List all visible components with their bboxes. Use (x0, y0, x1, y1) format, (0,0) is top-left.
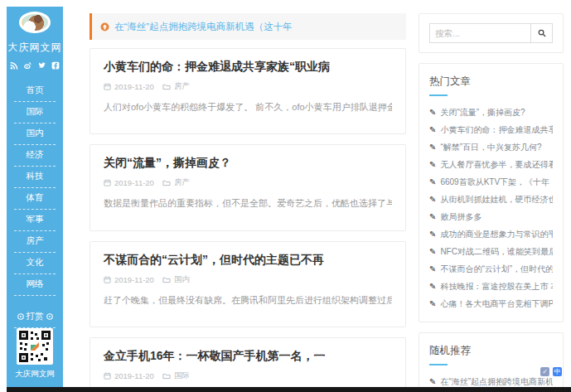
nav-item-label: 体育 (27, 192, 44, 204)
pencil-icon: ✎ (429, 177, 436, 186)
hot-article-label: 无人餐厅喜忧参半，要成还得看“硬 (440, 159, 553, 171)
pencil-icon: ✎ (429, 377, 436, 386)
hot-article-link[interactable]: ✎ 从街机到抓娃娃机，硬币经济也将被 (429, 191, 553, 208)
pencil-icon: ✎ (429, 108, 436, 117)
hot-article-link[interactable]: ✎ 科技晚报：富途控股在美上市 丰田 (429, 278, 553, 295)
hot-articles-widget: 热门文章 ✎ 关闭“流量”，撕掉画皮? ✎ 小黄车们的命：押金难退成共享家族 ✎ (419, 63, 564, 322)
calendar-icon (104, 276, 111, 283)
hot-article-label: 成功的商业是想象力与常识的平衡 (440, 229, 553, 240)
search-icon (538, 29, 546, 37)
article-date: 2019-11-20 (114, 371, 154, 380)
pencil-icon: ✎ (429, 143, 436, 152)
nav-item-label: 网络 (27, 278, 44, 290)
hot-article-label: “解禁”百日，中兴复苏几何? (440, 142, 541, 153)
article-title[interactable]: 不谋而合的“云计划”，但时代的主题已不再 (104, 253, 392, 268)
random-title: 随机推荐 (429, 342, 553, 365)
hot-article-link[interactable]: ✎ 6609首歌从KTV下架，《十年 (429, 173, 553, 191)
nav-item[interactable]: 科技 (14, 167, 56, 188)
hot-article-link[interactable]: ✎ 关闭“流量”，撕掉画皮? (429, 104, 553, 121)
hot-article-link[interactable]: ✎ 心痛！各大电商平台竞相下调Ph (429, 295, 553, 312)
coin-icon (46, 312, 53, 322)
hot-articles-list: ✎ 关闭“流量”，撕掉画皮? ✎ 小黄车们的命：押金难退成共享家族 ✎ “解禁”… (429, 104, 553, 312)
article-category[interactable]: 房产 (174, 177, 190, 188)
twitter-icon[interactable] (37, 61, 46, 70)
nav-item[interactable]: 文化 (14, 253, 56, 274)
folder-icon (162, 83, 171, 90)
facebook-icon[interactable] (51, 61, 60, 70)
article-card: 不谋而合的“云计划”，但时代的主题已不再 2019-11-20 国内 赶了个晚集… (90, 241, 406, 327)
nav-item-label: 军事 (27, 214, 44, 225)
article-meta: 2019-11-20 房产 (104, 177, 392, 188)
article-title[interactable]: 小黄车们的命：押金难退成共享家族“职业病 (104, 60, 392, 75)
random-article-label: 在“海丝”起点拥抱跨境电商新机遇 (440, 376, 553, 388)
hot-article-label: 心痛！各大电商平台竞相下调Ph (440, 298, 553, 310)
hot-article-link[interactable]: ✎ 无人餐厅喜忧参半，要成还得看“硬 (429, 156, 553, 173)
folder-icon (162, 179, 171, 186)
nav-item-label: 科技 (27, 171, 44, 182)
article-title[interactable]: 金立手机16年：一杯敬国产手机第一名，一 (104, 349, 392, 364)
nav-item[interactable]: 首页 (14, 80, 56, 102)
hot-article-link[interactable]: ✎ 不谋而合的“云计划”，但时代的主 (429, 260, 553, 278)
weibo-icon[interactable] (23, 61, 32, 70)
rss-icon[interactable] (10, 61, 18, 70)
hot-articles-title: 热门文章 (429, 73, 553, 96)
reward-label: 打赏 (27, 311, 44, 322)
hot-article-label: 关闭“流量”，撕掉画皮? (440, 107, 525, 119)
article-category[interactable]: 房产 (174, 81, 190, 92)
translate-icon[interactable]: 中 (553, 367, 562, 376)
article-meta: 2019-11-20 房产 (104, 81, 392, 92)
article-excerpt: 赶了个晚集，但最终没有缺席。在腾讯和阿里先后进行组织架构调整过后，近日，百度创始… (104, 294, 392, 307)
nav-item[interactable]: 房产 (14, 231, 56, 253)
social-links (10, 61, 60, 70)
article-title[interactable]: 关闭“流量”，撕掉画皮？ (104, 156, 392, 171)
article-category[interactable]: 国际 (174, 370, 190, 381)
arrow-circle-up-icon (100, 22, 109, 31)
hot-article-link[interactable]: ✎ 小黄车们的命：押金难退成共享家族 (429, 121, 553, 138)
pencil-icon: ✎ (429, 125, 436, 134)
nav-item[interactable]: 经济 (14, 145, 56, 167)
nav-item[interactable]: 体育 (14, 188, 56, 210)
nav-item[interactable]: 网络 (14, 274, 56, 296)
search-widget (419, 13, 564, 53)
main-column: 在“海丝”起点拥抱跨境电商新机遇（这十年 小黄车们的命：押金难退成共享家族“职业… (90, 13, 406, 392)
hot-article-link[interactable]: ✎ 败局拼多多 (429, 208, 553, 225)
pencil-icon: ✎ (429, 282, 436, 291)
article-card: 关闭“流量”，撕掉画皮？ 2019-11-20 房产 数据是衡量作品的重要指标，… (90, 144, 406, 230)
hot-article-link[interactable]: ✎ NFC对战二维码，谁能笑到最后? (429, 243, 553, 260)
announcement-bar: 在“海丝”起点拥抱跨境电商新机遇（这十年 (90, 13, 406, 40)
hot-article-label: NFC对战二维码，谁能笑到最后? (440, 246, 553, 258)
announcement-link[interactable]: 在“海丝”起点拥抱跨境电商新机遇（这十年 (114, 21, 293, 33)
article-category[interactable]: 国内 (174, 274, 190, 285)
hot-article-link[interactable]: ✎ 成功的商业是想象力与常识的平衡 (429, 225, 553, 243)
nav-item[interactable]: 军事 (14, 210, 56, 231)
article-date: 2019-11-20 (114, 178, 154, 187)
pencil-icon: ✎ (429, 299, 436, 308)
page-frame: 大庆网文网 首页 国际 (7, 7, 571, 392)
article-card: 金立手机16年：一杯敬国产手机第一名，一 2019-11-20 国际 23日，媒… (90, 337, 406, 392)
search-button[interactable] (530, 24, 552, 42)
pencil-icon: ✎ (429, 212, 436, 221)
site-title: 大庆网文网 (8, 41, 62, 55)
sidebar-nav: 首页 国际 国内 经济 科技 体育 (14, 80, 56, 296)
coin-icon (17, 312, 24, 322)
right-column: 热门文章 ✎ 关闭“流量”，撕掉画皮? ✎ 小黄车们的命：押金难退成共享家族 ✎ (419, 13, 564, 392)
hot-article-link[interactable]: ✎ “解禁”百日，中兴复苏几何? (429, 138, 553, 156)
checkmark-icon[interactable]: ✓ (540, 367, 549, 376)
folder-icon (162, 276, 171, 283)
avatar[interactable] (19, 12, 51, 33)
nav-item-reward[interactable]: 打赏 (14, 307, 56, 328)
article-meta: 2019-11-20 国内 (104, 274, 392, 285)
hot-article-label: 从街机到抓娃娃机，硬币经济也将被 (440, 194, 553, 206)
article-card: 小黄车们的命：押金难退成共享家族“职业病 2019-11-20 房产 人们对of… (90, 48, 406, 134)
search-input[interactable] (430, 24, 530, 42)
qr-caption: 大庆网文网 (15, 369, 55, 380)
article-excerpt: 数据是衡量作品的重要指标，但不是全部。爱奇艺之后，优酷也选择了与播放量说再见。当… (104, 197, 392, 210)
hot-article-label: 小黄车们的命：押金难退成共享家族 (440, 124, 553, 136)
nav-item[interactable]: 国内 (14, 123, 56, 145)
nav-item[interactable]: 国际 (14, 102, 56, 123)
pencil-icon: ✎ (429, 160, 436, 169)
random-widget: 随机推荐 ✎ 在“海丝”起点拥抱跨境电商新机遇 ✎ 因辐射水平过高 法国决定禁售… (419, 332, 564, 392)
qr-code-image (17, 328, 53, 365)
nav-item-label: 国内 (27, 128, 44, 139)
calendar-icon (104, 179, 111, 186)
